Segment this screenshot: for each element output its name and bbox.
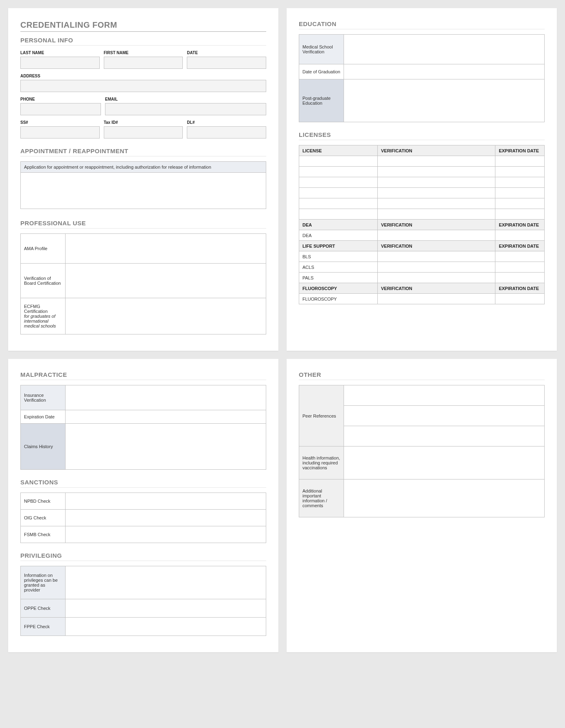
panel-other: OTHER Peer References Health information… bbox=[287, 359, 557, 652]
appointment-textarea[interactable] bbox=[20, 172, 266, 209]
cell[interactable] bbox=[299, 188, 378, 198]
cell[interactable] bbox=[377, 230, 495, 241]
cell[interactable] bbox=[495, 198, 545, 209]
cell-ecfmg-value[interactable] bbox=[66, 298, 266, 334]
input-ss[interactable] bbox=[20, 126, 100, 139]
label-ss: SS# bbox=[20, 120, 100, 125]
cell[interactable] bbox=[495, 156, 545, 167]
cell-acls: ACLS bbox=[299, 262, 378, 273]
rule bbox=[20, 380, 266, 380]
input-last-name[interactable] bbox=[20, 57, 100, 69]
cell[interactable] bbox=[495, 167, 545, 177]
panel-edu-lic: EDUCATION Medical School Verification Da… bbox=[287, 8, 557, 351]
cell[interactable] bbox=[377, 177, 495, 188]
label-phone: PHONE bbox=[20, 97, 101, 101]
cell[interactable] bbox=[299, 198, 378, 209]
cell[interactable] bbox=[377, 156, 495, 167]
cell[interactable] bbox=[377, 188, 495, 198]
cell[interactable] bbox=[377, 294, 495, 304]
cell-fsmb-value[interactable] bbox=[66, 526, 266, 543]
cell-health-value[interactable] bbox=[344, 446, 545, 479]
cell-peer-1[interactable] bbox=[344, 385, 545, 406]
section-appointment: APPOINTMENT / REAPPOINTMENT bbox=[20, 147, 266, 154]
cell-ama-value[interactable] bbox=[66, 234, 266, 264]
th-verification: VERIFICATION bbox=[377, 283, 495, 294]
cell[interactable] bbox=[377, 251, 495, 262]
cell[interactable] bbox=[299, 209, 378, 220]
cell[interactable] bbox=[377, 198, 495, 209]
cell-oig-label: OIG Check bbox=[21, 510, 66, 526]
th-dea: DEA bbox=[299, 220, 378, 230]
table-row: FLUOROSCOPY bbox=[299, 294, 545, 304]
cell-claims-value[interactable] bbox=[66, 424, 266, 470]
cell-postgrad-label: Post-graduate Education bbox=[299, 79, 344, 122]
input-email[interactable] bbox=[105, 103, 266, 115]
page-grid: CREDENTIALING FORM PERSONAL INFO LAST NA… bbox=[8, 8, 557, 652]
table-row: Medical School Verification bbox=[299, 35, 545, 64]
cell-pals: PALS bbox=[299, 273, 378, 283]
input-tax[interactable] bbox=[104, 126, 183, 139]
cell[interactable] bbox=[299, 177, 378, 188]
th-life-support: LIFE SUPPORT bbox=[299, 241, 378, 251]
input-date[interactable] bbox=[187, 57, 266, 69]
section-education: EDUCATION bbox=[299, 20, 545, 27]
cell-dea: DEA bbox=[299, 230, 378, 241]
cell-board-value[interactable] bbox=[66, 264, 266, 298]
cell-oppe-value[interactable] bbox=[66, 599, 266, 618]
input-address[interactable] bbox=[20, 80, 266, 92]
table-row: Claims History bbox=[21, 424, 266, 470]
table-row: BLS bbox=[299, 251, 545, 262]
cell[interactable] bbox=[495, 177, 545, 188]
panel-mal-sanc-priv: MALPRACTICE Insurance Verification Expir… bbox=[8, 359, 278, 652]
cell[interactable] bbox=[299, 167, 378, 177]
appointment-note: Application for appointment or reappoint… bbox=[20, 161, 266, 172]
table-row: NPBD Check bbox=[21, 493, 266, 510]
section-privileging: PRIVILEGING bbox=[20, 552, 266, 559]
input-dl[interactable] bbox=[187, 126, 266, 139]
table-row: LIFE SUPPORT VERIFICATION EXPIRATION DAT… bbox=[299, 241, 545, 251]
cell[interactable] bbox=[495, 262, 545, 273]
cell[interactable] bbox=[495, 188, 545, 198]
table-row bbox=[299, 188, 545, 198]
cell-peer-2[interactable] bbox=[344, 406, 545, 426]
cell-priv-info-value[interactable] bbox=[66, 566, 266, 599]
cell-fppe-value[interactable] bbox=[66, 618, 266, 636]
table-row: OPPE Check bbox=[21, 599, 266, 618]
cell-postgrad-value[interactable] bbox=[344, 79, 545, 122]
table-row: Insurance Verification bbox=[21, 385, 266, 410]
cell-addl-value[interactable] bbox=[344, 479, 545, 517]
cell-exp-value[interactable] bbox=[66, 410, 266, 424]
table-row: OIG Check bbox=[21, 510, 266, 526]
cell-npbd-label: NPBD Check bbox=[21, 493, 66, 510]
cell[interactable] bbox=[495, 251, 545, 262]
cell-health-label: Health information, including required v… bbox=[299, 446, 344, 479]
row-ids: SS# Tax ID# DL# bbox=[20, 120, 266, 139]
cell[interactable] bbox=[495, 294, 545, 304]
rule bbox=[20, 561, 266, 561]
cell[interactable] bbox=[377, 273, 495, 283]
cell[interactable] bbox=[377, 209, 495, 220]
section-licenses: LICENSES bbox=[299, 131, 545, 138]
cell-board-label: Verification of Board Certification bbox=[21, 264, 66, 298]
input-phone[interactable] bbox=[20, 103, 101, 115]
table-row: Verification of Board Certification bbox=[21, 264, 266, 298]
cell-npbd-value[interactable] bbox=[66, 493, 266, 510]
cell-oig-value[interactable] bbox=[66, 510, 266, 526]
cell[interactable] bbox=[377, 262, 495, 273]
cell-insurance-value[interactable] bbox=[66, 385, 266, 410]
th-expiration: EXPIRATION DATE bbox=[495, 220, 545, 230]
cell-peer-3[interactable] bbox=[344, 426, 545, 446]
table-row: Post-graduate Education bbox=[299, 79, 545, 122]
cell-grad-value[interactable] bbox=[344, 64, 545, 79]
cell[interactable] bbox=[299, 156, 378, 167]
cell-addl-label: Additional important information / comme… bbox=[299, 479, 344, 517]
table-row: Peer References bbox=[299, 385, 545, 406]
cell-medschool-value[interactable] bbox=[344, 35, 545, 64]
cell[interactable] bbox=[495, 209, 545, 220]
cell[interactable] bbox=[495, 230, 545, 241]
table-professional: AMA Profile Verification of Board Certif… bbox=[20, 233, 266, 334]
cell[interactable] bbox=[495, 273, 545, 283]
label-date: DATE bbox=[187, 51, 266, 55]
input-first-name[interactable] bbox=[104, 57, 183, 69]
cell[interactable] bbox=[377, 167, 495, 177]
